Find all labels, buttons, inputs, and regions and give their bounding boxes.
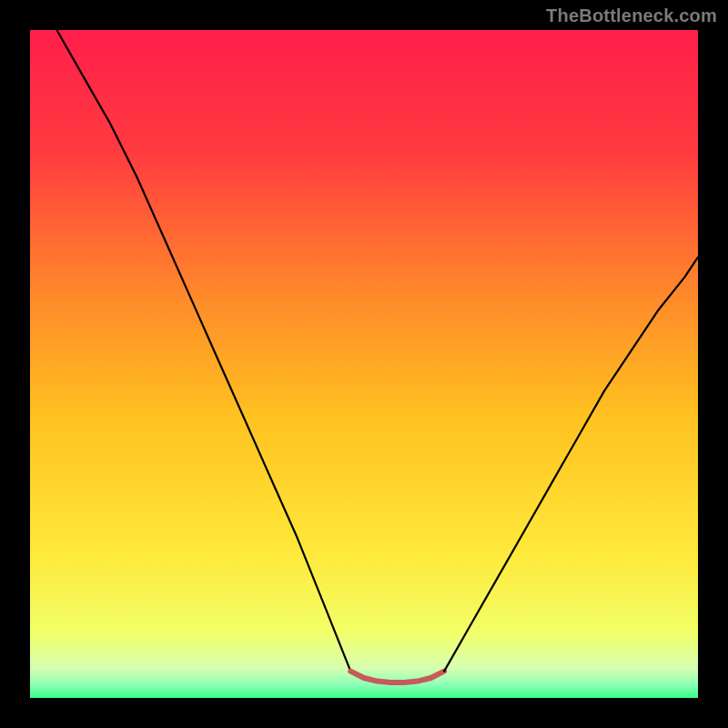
watermark-text: TheBottleneck.com [546,5,717,26]
plot-area [30,30,698,698]
series-bottleneck-curve-right [444,258,698,672]
bottleneck-curve [30,30,698,698]
series-flat-minimum [350,672,444,683]
chart-frame: TheBottleneck.com [0,0,728,728]
series-bottleneck-curve-left [56,30,350,672]
